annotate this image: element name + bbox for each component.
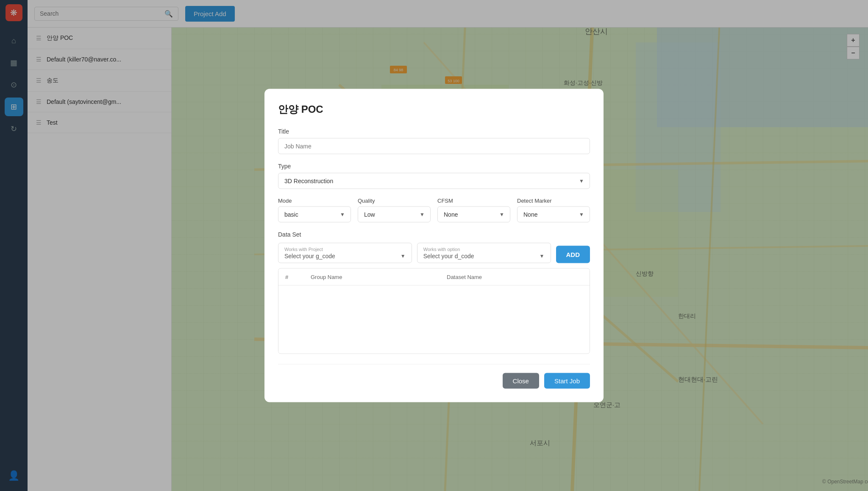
dataset-table: # Group Name Dataset Name	[278, 268, 590, 354]
d-code-value: Select your d_code	[423, 253, 474, 259]
type-form-group: Type 3D Reconstruction 2D Mapping Point …	[278, 163, 590, 189]
d-code-selector[interactable]: Works with option Select your d_code ▼	[417, 243, 551, 263]
detect-marker-group: Detect Marker None ArUco ▼	[517, 198, 590, 223]
close-button[interactable]: Close	[503, 373, 539, 389]
d-code-hint: Works with option	[423, 247, 545, 252]
quality-label: Quality	[358, 198, 431, 204]
mode-label: Mode	[278, 198, 351, 204]
table-header-hash: #	[285, 274, 311, 280]
cfsm-select[interactable]: None Option1	[437, 206, 510, 223]
g-code-value: Select your g_code	[284, 253, 335, 259]
quality-select-wrapper: Low Medium High ▼	[358, 206, 431, 223]
quality-select[interactable]: Low Medium High	[358, 206, 431, 223]
chevron-down-icon: ▼	[540, 253, 545, 259]
dataset-label: Data Set	[278, 231, 590, 238]
detect-marker-select[interactable]: None ArUco	[517, 206, 590, 223]
dataset-group: Data Set Works with Project Select your …	[278, 231, 590, 354]
detect-marker-select-wrapper: None ArUco ▼	[517, 206, 590, 223]
modal: 안양 POC Title Type 3D Reconstruction 2D M…	[264, 89, 604, 402]
quality-group: Quality Low Medium High ▼	[358, 198, 431, 223]
cfsm-label: CFSM	[437, 198, 510, 204]
modal-title: 안양 POC	[278, 103, 590, 116]
g-code-row: Select your g_code ▼	[284, 253, 406, 259]
options-row: Mode basic advanced ▼ Quality Low Medium…	[278, 198, 590, 223]
modal-footer: Close Start Job	[278, 364, 590, 389]
d-code-row: Select your d_code ▼	[423, 253, 545, 259]
cfsm-group: CFSM None Option1 ▼	[437, 198, 510, 223]
table-header-dataset-name: Dataset Name	[447, 274, 583, 280]
title-input[interactable]	[278, 138, 590, 154]
title-label: Title	[278, 128, 590, 135]
chevron-down-icon: ▼	[401, 253, 406, 259]
dataset-selectors: Works with Project Select your g_code ▼ …	[278, 243, 590, 263]
detect-marker-label: Detect Marker	[517, 198, 590, 204]
mode-select-wrapper: basic advanced ▼	[278, 206, 351, 223]
type-select-wrapper: 3D Reconstruction 2D Mapping Point Cloud…	[278, 173, 590, 189]
dataset-add-button[interactable]: ADD	[556, 246, 590, 263]
g-code-selector[interactable]: Works with Project Select your g_code ▼	[278, 243, 412, 263]
start-job-button[interactable]: Start Job	[544, 373, 590, 389]
title-form-group: Title	[278, 128, 590, 154]
type-select[interactable]: 3D Reconstruction 2D Mapping Point Cloud	[278, 173, 590, 189]
table-body	[278, 286, 590, 354]
cfsm-select-wrapper: None Option1 ▼	[437, 206, 510, 223]
mode-select[interactable]: basic advanced	[278, 206, 351, 223]
type-label: Type	[278, 163, 590, 170]
table-header-group-name: Group Name	[311, 274, 447, 280]
table-header: # Group Name Dataset Name	[278, 269, 590, 286]
mode-group: Mode basic advanced ▼	[278, 198, 351, 223]
g-code-hint: Works with Project	[284, 247, 406, 252]
